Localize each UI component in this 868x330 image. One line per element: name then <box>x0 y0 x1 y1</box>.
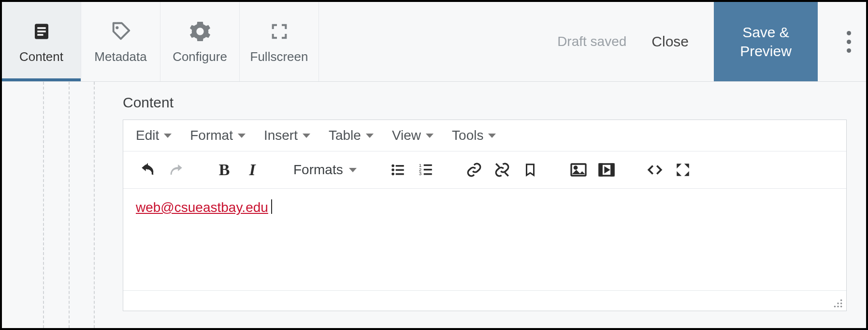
tab-content[interactable]: Content <box>2 2 81 81</box>
tab-metadata-label: Metadata <box>94 49 146 64</box>
menu-view[interactable]: View <box>392 128 434 143</box>
draft-status: Draft saved <box>557 34 626 49</box>
page-body: Content Edit Format Insert Table View To… <box>2 82 866 328</box>
chevron-down-icon <box>426 134 434 138</box>
numbered-list-icon: 123 <box>418 162 434 178</box>
svg-rect-2 <box>37 30 46 32</box>
resize-handle[interactable] <box>833 298 843 309</box>
italic-icon: I <box>249 161 255 179</box>
link-button[interactable] <box>460 158 488 181</box>
svg-text:3: 3 <box>419 171 422 176</box>
text-cursor <box>271 199 272 214</box>
undo-icon <box>140 162 156 178</box>
tab-fullscreen-label: Fullscreen <box>250 49 308 64</box>
bookmark-button[interactable] <box>516 158 544 181</box>
resize-grip-icon <box>833 298 843 309</box>
save-preview-button[interactable]: Save & Preview <box>714 2 818 81</box>
tab-configure-label: Configure <box>173 49 227 64</box>
link-icon <box>466 162 482 178</box>
left-gutter <box>2 82 118 328</box>
document-icon <box>31 19 52 44</box>
video-icon <box>598 163 615 177</box>
svg-marker-26 <box>684 164 689 168</box>
svg-marker-24 <box>605 168 609 172</box>
video-button[interactable] <box>593 158 621 181</box>
bold-icon: B <box>219 161 230 179</box>
tab-fullscreen[interactable]: Fullscreen <box>240 2 319 81</box>
chevron-down-icon <box>238 134 246 138</box>
section-label: Content <box>123 94 847 111</box>
svg-point-5 <box>391 165 394 167</box>
svg-marker-28 <box>684 171 689 176</box>
rich-text-editor: Edit Format Insert Table View Tools B <box>123 120 847 311</box>
unlink-button[interactable] <box>488 158 516 181</box>
svg-point-34 <box>834 306 836 308</box>
chevron-down-icon <box>303 134 310 138</box>
menu-edit[interactable]: Edit <box>136 128 172 143</box>
svg-point-30 <box>840 302 842 304</box>
bold-button[interactable]: B <box>210 158 238 181</box>
image-icon <box>570 163 587 177</box>
main-column: Content Edit Format Insert Table View To… <box>118 82 866 328</box>
chevron-down-icon <box>164 134 172 138</box>
italic-button[interactable]: I <box>238 158 266 181</box>
svg-rect-3 <box>37 34 43 36</box>
svg-rect-14 <box>423 169 432 170</box>
more-menu-button[interactable] <box>834 2 863 81</box>
code-icon <box>647 162 663 178</box>
svg-point-20 <box>574 166 577 169</box>
editor-menubar: Edit Format Insert Table View Tools <box>123 120 846 151</box>
menu-tools[interactable]: Tools <box>452 128 496 143</box>
svg-rect-10 <box>395 173 404 175</box>
svg-rect-8 <box>395 169 404 171</box>
chevron-down-icon <box>349 168 357 172</box>
tag-icon <box>110 19 132 44</box>
bullet-list-button[interactable] <box>384 158 412 181</box>
tab-metadata[interactable]: Metadata <box>81 2 160 81</box>
kebab-icon <box>847 31 851 53</box>
svg-point-29 <box>840 300 842 301</box>
fullscreen-editor-button[interactable] <box>669 158 697 181</box>
formats-dropdown[interactable]: Formats <box>287 159 363 180</box>
svg-marker-25 <box>677 164 681 168</box>
bookmark-icon <box>523 162 537 178</box>
undo-button[interactable] <box>134 158 162 181</box>
svg-point-4 <box>116 26 118 29</box>
editor-toolbar: B I Formats 123 <box>123 151 846 189</box>
menu-insert[interactable]: Insert <box>264 128 310 143</box>
svg-point-9 <box>391 173 394 176</box>
svg-point-32 <box>840 306 842 308</box>
numbered-list-button[interactable]: 123 <box>412 158 440 181</box>
svg-rect-23 <box>611 164 613 176</box>
top-tab-bar: Content Metadata Configure Fullscreen Dr… <box>2 2 866 82</box>
email-link[interactable]: web@csueastbay.edu <box>136 200 268 215</box>
svg-rect-12 <box>423 165 432 166</box>
svg-line-18 <box>505 173 508 176</box>
source-code-button[interactable] <box>641 158 669 181</box>
menu-table[interactable]: Table <box>329 128 374 143</box>
topbar-actions: Draft saved Close Save & Preview <box>557 2 866 81</box>
editor-content-area[interactable]: web@csueastbay.edu <box>123 189 846 290</box>
svg-point-33 <box>837 306 839 308</box>
svg-point-31 <box>837 302 839 304</box>
expand-icon <box>675 162 691 178</box>
svg-rect-22 <box>599 164 602 176</box>
image-button[interactable] <box>564 158 593 181</box>
bullet-list-icon <box>390 162 406 178</box>
editor-footer <box>123 290 846 311</box>
redo-button[interactable] <box>162 158 190 181</box>
tab-configure[interactable]: Configure <box>160 2 240 81</box>
svg-rect-6 <box>395 165 404 166</box>
svg-line-17 <box>496 164 499 167</box>
svg-marker-27 <box>677 171 681 176</box>
chevron-down-icon <box>366 134 374 138</box>
tab-content-label: Content <box>19 49 63 64</box>
close-button[interactable]: Close <box>643 29 697 55</box>
redo-icon <box>168 162 184 178</box>
unlink-icon <box>494 162 510 178</box>
svg-rect-1 <box>37 27 46 29</box>
gear-icon <box>189 19 211 44</box>
svg-rect-16 <box>423 173 432 175</box>
svg-point-7 <box>391 168 394 171</box>
menu-format[interactable]: Format <box>190 128 246 143</box>
